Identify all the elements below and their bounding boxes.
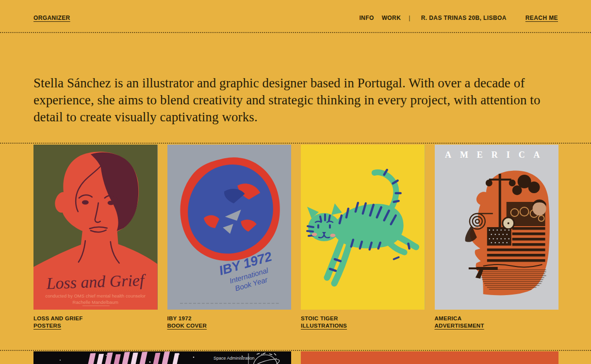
poster-title-america: AMERICA <box>444 150 548 160</box>
address-text: R. DAS TRINAS 20B, LISBOA <box>421 15 507 21</box>
project-title: AMERICA <box>435 315 559 322</box>
brand-link[interactable]: ORGANIZER <box>33 15 70 21</box>
project-card-loss-and-grief: Loss and Grief conducted by OMS chief me… <box>33 145 158 330</box>
nav-separator: | <box>409 15 410 21</box>
america-poster-artwork: AMERICA <box>435 145 559 310</box>
project-card-iby-1972: IBY 1972 International Book Year IBY 197… <box>167 145 292 330</box>
site-header: ORGANIZER INFO WORK | R. DAS TRINAS 20B,… <box>0 0 591 32</box>
project-category-link[interactable]: POSTERS <box>33 322 61 330</box>
project-title: STOIC TIGER <box>301 315 425 322</box>
project-thumbnail-stoic-tiger[interactable] <box>301 145 425 310</box>
project-card-america: AMERICA <box>435 145 559 330</box>
project-thumbnail-iby-1972[interactable]: IBY 1972 International Book Year <box>167 145 292 310</box>
project-card-orange <box>301 351 558 364</box>
project-thumbnail-loss-and-grief[interactable]: Loss and Grief conducted by OMS chief me… <box>33 145 158 310</box>
space-poster-artwork: Space Administration <box>33 351 291 364</box>
project-card-space: Space Administration <box>33 351 291 364</box>
project-category-link[interactable]: ILLUSTRATIONS <box>301 322 347 330</box>
reach-me-link[interactable]: REACH ME <box>525 15 558 21</box>
orange-poster-artwork <box>301 351 558 364</box>
nav-item-info[interactable]: INFO <box>359 15 374 21</box>
projects-row-1: Loss and Grief conducted by OMS chief me… <box>0 144 591 330</box>
poster-caption-line2: Rachelle Mandelbaum <box>73 299 118 305</box>
project-card-stoic-tiger: STOIC TIGER ILLUSTRATIONS <box>301 145 425 330</box>
project-thumbnail-america[interactable]: AMERICA <box>435 145 559 310</box>
project-title: LOSS AND GRIEF <box>33 315 158 322</box>
iby-1972-poster-artwork: IBY 1972 International Book Year <box>167 145 292 310</box>
project-category-link[interactable]: ADVERTISEMENT <box>435 322 484 330</box>
intro-text: Stella Sánchez is an illustrator and gra… <box>33 75 558 126</box>
main-nav: INFO WORK | R. DAS TRINAS 20B, LISBOA RE… <box>359 15 558 21</box>
project-thumbnail-space[interactable]: Space Administration <box>33 351 291 364</box>
project-category-link[interactable]: BOOK COVER <box>167 322 207 330</box>
project-thumbnail-orange[interactable] <box>301 351 558 364</box>
loss-and-grief-poster-artwork: Loss and Grief conducted by OMS chief me… <box>33 145 158 310</box>
stoic-tiger-poster-artwork <box>301 145 425 310</box>
collage-face <box>532 202 546 215</box>
nav-item-work[interactable]: WORK <box>382 15 401 21</box>
project-title: IBY 1972 <box>167 315 292 322</box>
poster-caption-line1: conducted by OMS chief mental health cou… <box>46 293 146 298</box>
poster-heading-loss-and-grief: Loss and Grief <box>46 271 147 292</box>
intro-section: Stella Sánchez is an illustrator and gra… <box>0 33 591 143</box>
projects-row-2: Space Administration <box>0 351 591 364</box>
